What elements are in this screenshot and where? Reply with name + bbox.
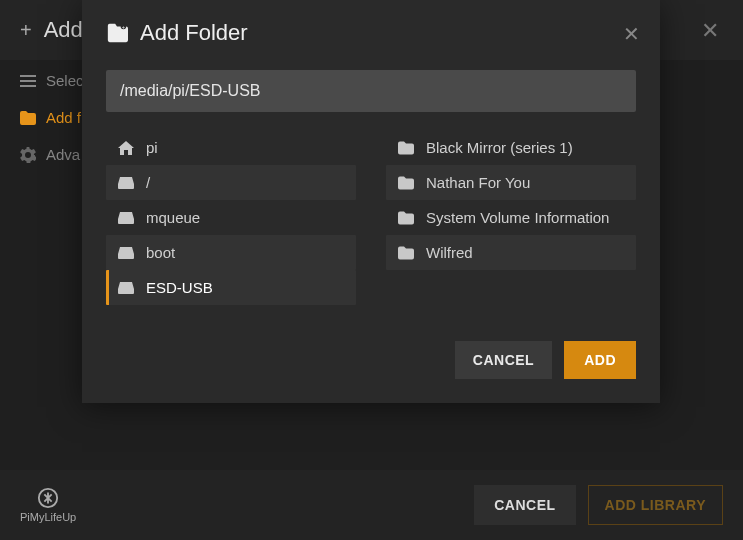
modal-actions: CANCEL ADD (82, 305, 660, 383)
folder-label: Black Mirror (series 1) (426, 139, 573, 156)
folder-item-black-mirror--series-1-[interactable]: Black Mirror (series 1) (386, 130, 636, 165)
folder-icon (398, 176, 414, 190)
drive-icon (118, 176, 134, 190)
folder-item-wilfred[interactable]: Wilfred (386, 235, 636, 270)
folder-icon (20, 110, 36, 126)
drive-item-esd-usb[interactable]: ESD-USB (106, 270, 356, 305)
logo-icon (37, 487, 59, 509)
logo: PiMyLifeUp (20, 487, 76, 523)
add-button[interactable]: ADD (564, 341, 636, 379)
drives-column: pi/mqueuebootESD-USB (106, 130, 356, 305)
home-icon (118, 141, 134, 155)
drive-item-pi[interactable]: pi (106, 130, 356, 165)
cancel-button[interactable]: CANCEL (455, 341, 552, 379)
svg-text:+: + (122, 24, 125, 30)
gear-icon (20, 147, 36, 163)
drive-icon (118, 211, 134, 225)
drive-item-boot[interactable]: boot (106, 235, 356, 270)
modal-header: + Add Folder ✕ (82, 0, 660, 64)
drive-label: boot (146, 244, 175, 261)
folder-label: Nathan For You (426, 174, 530, 191)
bottom-cancel-button[interactable]: CANCEL (474, 485, 575, 525)
folder-icon (398, 211, 414, 225)
folder-columns: pi/mqueuebootESD-USB Black Mirror (serie… (82, 130, 660, 305)
folder-add-icon: + (106, 22, 128, 44)
modal-title: Add Folder (140, 20, 248, 46)
drive-label: pi (146, 139, 158, 156)
drive-label: mqueue (146, 209, 200, 226)
plus-icon: + (20, 19, 32, 42)
bottom-actions: CANCEL ADD LIBRARY (474, 485, 723, 525)
svg-rect-2 (20, 85, 36, 87)
step-advanced-label: Adva (46, 146, 80, 163)
drive-label: ESD-USB (146, 279, 213, 296)
logo-text: PiMyLifeUp (20, 511, 76, 523)
drive-icon (118, 281, 134, 295)
step-add-folder-label: Add f (46, 109, 81, 126)
bottom-bar: PiMyLifeUp CANCEL ADD LIBRARY (0, 470, 743, 540)
list-icon (20, 73, 36, 89)
drive-icon (118, 246, 134, 260)
svg-rect-0 (20, 75, 36, 77)
folder-icon (398, 141, 414, 155)
background-close-icon[interactable]: ✕ (701, 18, 719, 44)
folder-label: System Volume Information (426, 209, 609, 226)
folder-icon (398, 246, 414, 260)
folder-item-system-volume-information[interactable]: System Volume Information (386, 200, 636, 235)
svg-rect-1 (20, 80, 36, 82)
background-title: Add (44, 17, 83, 43)
path-input[interactable] (106, 70, 636, 112)
add-library-button[interactable]: ADD LIBRARY (588, 485, 723, 525)
drive-item-mqueue[interactable]: mqueue (106, 200, 356, 235)
folders-column: Black Mirror (series 1)Nathan For YouSys… (386, 130, 636, 305)
drive-label: / (146, 174, 150, 191)
drive-item--[interactable]: / (106, 165, 356, 200)
modal-close-button[interactable]: ✕ (623, 22, 640, 46)
folder-item-nathan-for-you[interactable]: Nathan For You (386, 165, 636, 200)
add-folder-modal: + Add Folder ✕ pi/mqueuebootESD-USB Blac… (82, 0, 660, 403)
folder-label: Wilfred (426, 244, 473, 261)
